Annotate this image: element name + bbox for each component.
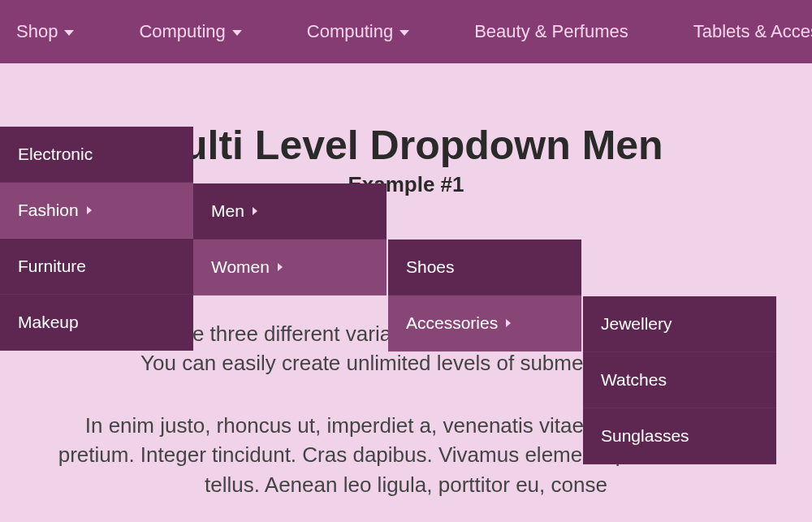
dropdown-label: Shoes — [406, 257, 455, 277]
dropdown-level-3: Shoes Accessories — [388, 239, 581, 352]
dropdown-item-fashion[interactable]: Fashion — [0, 183, 193, 239]
chevron-down-icon — [232, 30, 242, 36]
dropdown-label: Fashion — [18, 201, 79, 220]
dropdown-label: Electronic — [18, 145, 93, 164]
dropdown-item-watches[interactable]: Watches — [583, 352, 776, 408]
dropdown-item-electronic[interactable]: Electronic — [0, 127, 193, 183]
chevron-right-icon — [253, 207, 257, 215]
dropdown-item-accessories[interactable]: Accessories — [388, 296, 581, 352]
dropdown-item-women[interactable]: Women — [193, 239, 387, 296]
nav-item-shop[interactable]: Shop — [16, 21, 74, 42]
dropdown-label: Accessories — [406, 313, 498, 333]
nav-item-beauty[interactable]: Beauty & Perfumes — [474, 21, 628, 42]
nav-label: Computing — [307, 21, 393, 42]
chevron-right-icon — [506, 319, 511, 327]
nav-label: Shop — [16, 21, 58, 42]
nav-label: Computing — [139, 21, 225, 42]
dropdown-label: Watches — [601, 370, 667, 390]
dropdown-level-1: Electronic Fashion Furniture Makeup — [0, 127, 193, 351]
dropdown-item-shoes[interactable]: Shoes — [388, 239, 581, 296]
chevron-down-icon — [400, 30, 409, 36]
nav-item-computing-2[interactable]: Computing — [307, 21, 409, 42]
nav-label: Beauty & Perfumes — [474, 21, 628, 42]
dropdown-label: Men — [211, 201, 244, 221]
dropdown-label: Makeup — [18, 313, 79, 332]
main-navbar: Shop Computing Computing Beauty & Perfum… — [0, 0, 812, 63]
dropdown-item-men[interactable]: Men — [193, 183, 387, 239]
dropdown-label: Women — [211, 257, 270, 277]
nav-item-tablets[interactable]: Tablets & Accessorie — [693, 21, 812, 42]
dropdown-item-jewellery[interactable]: Jewellery — [583, 296, 776, 352]
nav-item-computing-1[interactable]: Computing — [139, 21, 241, 42]
chevron-down-icon — [64, 30, 74, 36]
dropdown-level-2: Men Women — [193, 183, 387, 296]
dropdown-label: Furniture — [18, 257, 86, 276]
dropdown-label: Sunglasses — [601, 426, 689, 446]
chevron-right-icon — [278, 263, 283, 271]
dropdown-item-furniture[interactable]: Furniture — [0, 239, 193, 295]
nav-label: Tablets & Accessorie — [693, 21, 812, 42]
dropdown-label: Jewellery — [601, 314, 672, 334]
dropdown-item-makeup[interactable]: Makeup — [0, 295, 193, 351]
dropdown-level-4: Jewellery Watches Sunglasses — [583, 296, 776, 464]
chevron-right-icon — [87, 206, 92, 214]
dropdown-item-sunglasses[interactable]: Sunglasses — [583, 408, 776, 464]
